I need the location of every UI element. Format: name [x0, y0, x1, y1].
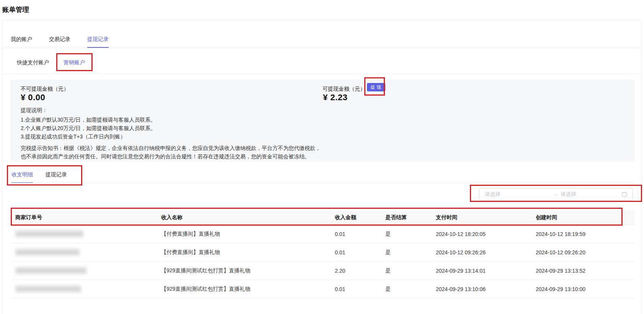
tab-提现记录[interactable]: 提现记录: [87, 36, 109, 48]
calendar-icon: [622, 192, 627, 197]
sub-tab-营销账户[interactable]: 营销账户: [64, 60, 85, 71]
withdraw-button[interactable]: 提现: [367, 83, 385, 91]
available-amount-value: ¥ 2.23: [323, 93, 347, 102]
table-row: 【付费直播间】直播礼物0.01是2024-10-12 09:26:262024-…: [11, 243, 635, 262]
cell-create_time: 2024-10-12 18:19:59: [531, 231, 635, 237]
redacted-order-number: [15, 267, 86, 274]
page-title: 账单管理: [2, 5, 29, 14]
redacted-order-number: [15, 231, 83, 237]
table-row: 【929直播间测试红包打赏】直播礼物0.01是2024-09-29 13:10:…: [11, 280, 635, 298]
column-header-是否结算: 是否结算: [381, 214, 431, 221]
date-start-input[interactable]: 请选择: [485, 191, 553, 198]
cell-income_name: 【付费直播间】直播礼物: [157, 249, 330, 256]
cell-amount: 0.01: [330, 231, 381, 237]
withdraw-note-line-3: 3.提现发起成功后资金T+3（工作日内到账）: [21, 132, 156, 141]
column-header-收入金额: 收入金额: [330, 214, 381, 221]
cell-amount: 0.01: [330, 249, 381, 255]
sub-tab-divider: [2, 73, 641, 74]
cell-pay_time: 2024-09-29 13:14:01: [431, 268, 531, 274]
sub-tab-快捷支付账户[interactable]: 快捷支付账户: [17, 60, 49, 71]
unavailable-amount-label: 不可提现金额（元）: [21, 86, 69, 93]
tax-notice-line-1: 完税提示告知书：根据《税法》规定，企业有依法自行纳税申报的义务，您应自觉为该收入…: [21, 144, 321, 152]
account-sub-tab-bar: 快捷支付账户营销账户: [17, 60, 85, 71]
cell-pay_time: 2024-10-12 09:26:26: [431, 249, 531, 255]
redacted-order-number: [15, 286, 81, 292]
tab-交易记录[interactable]: 交易记录: [49, 36, 70, 48]
unavailable-amount-value: ¥ 0.00: [21, 93, 45, 102]
cell-order_no: [11, 267, 157, 274]
date-end-input[interactable]: 请选择: [561, 191, 622, 198]
cell-amount: 2.20: [330, 268, 381, 274]
date-range-arrow-icon: →: [553, 191, 558, 197]
tab-我的账户[interactable]: 我的账户: [11, 36, 32, 48]
main-tab-divider: [2, 48, 641, 48]
redacted-order-number: [15, 249, 80, 255]
table-row: 【付费直播间】直播礼物0.01是2024-10-12 18:20:052024-…: [11, 225, 635, 243]
column-header-商家订单号: 商家订单号: [11, 214, 157, 221]
table-body: 【付费直播间】直播礼物0.01是2024-10-12 18:20:052024-…: [11, 225, 635, 298]
table-header-row: 商家订单号收入名称收入金额是否结算支付时间创建时间: [11, 211, 635, 225]
withdraw-note-line-1: 1.企业账户默认30万元/日，如需提额请与客服人员联系。: [21, 116, 156, 124]
column-header-支付时间: 支付时间: [431, 214, 531, 221]
column-header-创建时间: 创建时间: [531, 214, 635, 221]
cell-settled: 是: [381, 286, 431, 293]
cell-order_no: [11, 231, 157, 237]
cell-income_name: 【付费直播间】直播礼物: [157, 231, 330, 238]
cell-settled: 是: [381, 231, 431, 238]
detail-tab-divider: [11, 183, 634, 183]
tax-notice-line-2: 也不承担因此而产生的任何责任。同时请您注意您交易行为的合法合规性！若存在违规违法…: [21, 152, 321, 161]
detail-tab-提现记录[interactable]: 提现记录: [46, 172, 67, 183]
date-range-picker[interactable]: 请选择 → 请选择: [479, 188, 633, 200]
cell-income_name: 【929直播间测试红包打赏】直播礼物: [157, 286, 330, 293]
available-amount-label: 可提现金额（元）: [323, 86, 365, 93]
withdraw-notes: 1.企业账户默认30万元/日，如需提额请与客服人员联系。2.个人账户默认20万元…: [21, 116, 156, 141]
cell-create_time: 2024-09-29 13:13:52: [531, 268, 635, 274]
cell-settled: 是: [381, 249, 431, 256]
content-card: 我的账户交易记录提现记录 快捷支付账户营销账户 不可提现金额（元） ¥ 0.00…: [2, 20, 642, 314]
cell-pay_time: 2024-10-12 18:20:05: [431, 231, 531, 237]
main-tab-bar: 我的账户交易记录提现记录: [11, 36, 109, 48]
table-row: 【929直播间测试红包打赏】直播礼物2.20是2024-09-29 13:14:…: [11, 262, 635, 280]
withdraw-note-line-2: 2.个人账户默认20万元/日，如需提额请与客服人员联系。: [21, 124, 156, 132]
detail-tab-收支明细[interactable]: 收支明细: [11, 172, 33, 183]
cell-amount: 0.01: [330, 286, 381, 292]
cell-create_time: 2024-10-12 09:26:20: [531, 249, 635, 255]
withdraw-notes-title: 提现说明：: [21, 107, 47, 114]
cell-settled: 是: [381, 267, 431, 274]
cell-create_time: 2024-09-29 13:10:00: [531, 286, 635, 292]
cell-pay_time: 2024-09-29 13:10:06: [431, 286, 531, 292]
income-table: 商家订单号收入名称收入金额是否结算支付时间创建时间 【付费直播间】直播礼物0.0…: [11, 211, 635, 298]
detail-tab-bar: 收支明细提现记录: [11, 172, 67, 183]
cell-order_no: [11, 286, 157, 292]
cell-income_name: 【929直播间测试红包打赏】直播礼物: [157, 267, 330, 274]
column-header-收入名称: 收入名称: [157, 214, 330, 221]
tax-notice: 完税提示告知书：根据《税法》规定，企业有依法自行纳税申报的义务，您应自觉为该收入…: [21, 144, 321, 161]
withdraw-summary-panel: 不可提现金额（元） ¥ 0.00 可提现金额（元） 提现 ¥ 2.23 提现说明…: [11, 80, 635, 162]
cell-order_no: [11, 249, 157, 255]
